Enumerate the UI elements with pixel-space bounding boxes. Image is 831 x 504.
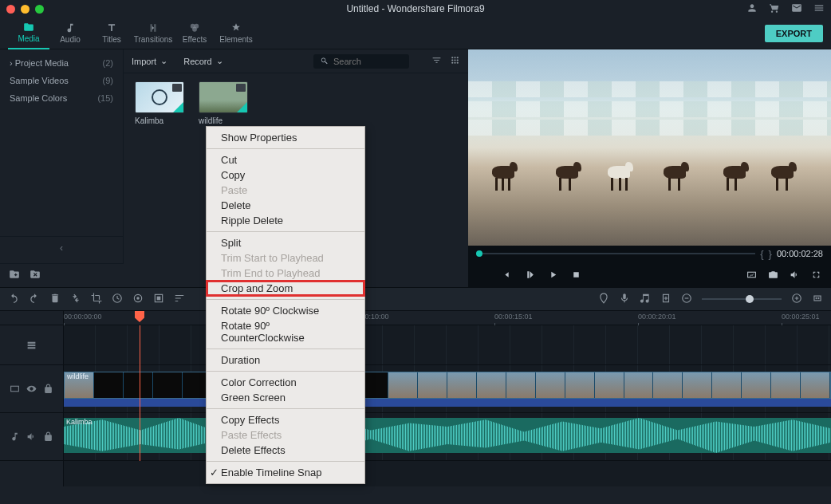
zoom-handle[interactable] bbox=[746, 295, 754, 303]
cm-delete[interactable]: Delete bbox=[207, 198, 364, 213]
search-box[interactable] bbox=[313, 54, 409, 69]
prev-frame-button[interactable] bbox=[502, 270, 512, 280]
cm-crop-zoom[interactable]: Crop and Zoom bbox=[207, 281, 364, 296]
cm-copy-effects[interactable]: Copy Effects bbox=[207, 412, 364, 427]
mark-in-icon[interactable]: { bbox=[760, 248, 763, 260]
delete-icon[interactable] bbox=[49, 293, 61, 306]
cm-rotate-ccw[interactable]: Rotate 90º CounterClockwise bbox=[207, 318, 364, 345]
svg-rect-25 bbox=[28, 342, 36, 344]
marker-icon[interactable] bbox=[598, 293, 609, 306]
add-marker-icon[interactable] bbox=[660, 293, 671, 306]
sidebar-collapse-icon[interactable]: ‹ bbox=[0, 236, 123, 258]
tab-audio[interactable]: Audio bbox=[49, 18, 91, 49]
svg-point-10 bbox=[454, 61, 455, 63]
media-thumbnail[interactable]: Kalimba bbox=[135, 81, 184, 125]
zoom-slider[interactable] bbox=[702, 298, 782, 300]
cm-color-correction[interactable]: Color Correction bbox=[207, 375, 364, 390]
video-clip[interactable]: wildlife bbox=[64, 372, 831, 399]
timeline-track-empty[interactable] bbox=[64, 325, 831, 365]
play-pause-button[interactable] bbox=[525, 270, 535, 280]
close-button[interactable] bbox=[6, 5, 15, 14]
zoom-in-icon[interactable] bbox=[791, 293, 802, 306]
grid-view-icon[interactable] bbox=[450, 55, 460, 68]
speed-icon[interactable] bbox=[112, 293, 123, 306]
ruler-tick: 00:00:25:01 bbox=[782, 313, 820, 321]
lock-icon[interactable] bbox=[43, 431, 53, 442]
playhead[interactable] bbox=[140, 325, 140, 461]
import-dropdown[interactable]: Import ⌄ bbox=[132, 56, 167, 66]
thumbnail-image bbox=[199, 81, 248, 113]
search-input[interactable] bbox=[333, 57, 397, 66]
cm-duration[interactable]: Duration bbox=[207, 352, 364, 368]
cm-cut[interactable]: Cut bbox=[207, 152, 364, 167]
chevron-down-icon: ⌄ bbox=[216, 56, 223, 66]
record-vo-icon[interactable] bbox=[619, 293, 630, 306]
audio-track-head[interactable] bbox=[0, 413, 63, 461]
mute-icon[interactable] bbox=[26, 431, 37, 442]
cm-label: Enable Timeline Snap bbox=[221, 467, 321, 478]
crop-icon[interactable] bbox=[91, 293, 102, 306]
play-button[interactable] bbox=[548, 270, 558, 280]
video-track-icon bbox=[10, 384, 20, 394]
maximize-button[interactable] bbox=[35, 5, 44, 14]
timeline-audio-track[interactable]: Kalimba bbox=[64, 413, 831, 461]
split-icon[interactable] bbox=[70, 293, 81, 306]
new-folder-icon[interactable] bbox=[8, 269, 21, 282]
cm-show-properties[interactable]: Show Properties bbox=[207, 130, 364, 145]
filter-icon[interactable] bbox=[431, 55, 442, 68]
adjust-icon[interactable] bbox=[174, 293, 185, 306]
stop-button[interactable] bbox=[571, 270, 581, 280]
record-dropdown[interactable]: Record ⌄ bbox=[183, 56, 223, 66]
tab-label: Media bbox=[18, 34, 39, 43]
snapshot-icon[interactable] bbox=[768, 270, 778, 280]
menu-icon[interactable] bbox=[813, 2, 825, 16]
cm-green-screen[interactable]: Green Screen bbox=[207, 390, 364, 405]
lock-icon[interactable] bbox=[43, 384, 53, 394]
cart-icon[interactable] bbox=[769, 2, 780, 16]
cm-rotate-cw[interactable]: Rotate 90º Clockwise bbox=[207, 303, 364, 318]
preview-video[interactable] bbox=[468, 49, 831, 246]
cm-split[interactable]: Split bbox=[207, 235, 364, 250]
svg-point-7 bbox=[454, 59, 455, 61]
visibility-icon[interactable] bbox=[26, 384, 37, 394]
cm-copy[interactable]: Copy bbox=[207, 167, 364, 183]
cm-ripple-delete[interactable]: Ripple Delete bbox=[207, 213, 364, 228]
timeline-tracks-area[interactable]: 00:00:00:00 00:00:05:00 00:00:10:00 00:0… bbox=[64, 311, 831, 486]
redo-icon[interactable] bbox=[29, 293, 40, 306]
mixer-icon[interactable] bbox=[640, 293, 651, 306]
tab-effects[interactable]: Effects bbox=[174, 18, 215, 49]
scrub-handle[interactable] bbox=[476, 250, 482, 257]
media-thumbnail[interactable]: wildlife bbox=[199, 81, 248, 125]
sidebar-item-project-media[interactable]: › Project Media (2) bbox=[0, 54, 123, 72]
zoom-out-icon[interactable] bbox=[681, 293, 692, 306]
zoom-fit-icon[interactable] bbox=[812, 293, 823, 306]
color-icon[interactable] bbox=[132, 293, 144, 306]
video-track-head[interactable] bbox=[0, 365, 63, 413]
audio-clip[interactable]: Kalimba bbox=[64, 418, 831, 453]
tab-elements[interactable]: Elements bbox=[215, 18, 257, 49]
tab-media[interactable]: Media bbox=[8, 18, 49, 49]
cm-timeline-snap[interactable]: ✓Enable Timeline Snap bbox=[207, 465, 364, 480]
timeline-video-track[interactable]: wildlife bbox=[64, 365, 831, 413]
message-icon[interactable] bbox=[791, 2, 802, 16]
mark-out-icon[interactable]: } bbox=[769, 248, 772, 260]
sidebar-item-sample-videos[interactable]: Sample Videos (9) bbox=[0, 72, 123, 89]
tab-transitions[interactable]: Transitions bbox=[132, 18, 174, 49]
timeline-ruler[interactable]: 00:00:00:00 00:00:05:00 00:00:10:00 00:0… bbox=[64, 311, 831, 325]
volume-icon[interactable] bbox=[790, 270, 800, 280]
chevron-down-icon: ⌄ bbox=[160, 56, 167, 66]
track-manager-head[interactable] bbox=[0, 325, 63, 365]
scrub-track[interactable] bbox=[476, 253, 755, 254]
export-button[interactable]: EXPORT bbox=[765, 25, 823, 42]
greenscreen-icon[interactable] bbox=[153, 293, 164, 306]
fullscreen-icon[interactable] bbox=[811, 270, 821, 280]
minimize-button[interactable] bbox=[21, 5, 30, 14]
undo-icon[interactable] bbox=[8, 293, 19, 306]
account-icon[interactable] bbox=[746, 2, 758, 16]
delete-folder-icon[interactable] bbox=[29, 269, 41, 282]
quality-icon[interactable] bbox=[746, 270, 757, 280]
sidebar-item-count: (9) bbox=[103, 76, 113, 85]
cm-delete-effects[interactable]: Delete Effects bbox=[207, 443, 364, 458]
tab-titles[interactable]: Titles bbox=[91, 18, 132, 49]
sidebar-item-sample-colors[interactable]: Sample Colors (15) bbox=[0, 89, 123, 107]
